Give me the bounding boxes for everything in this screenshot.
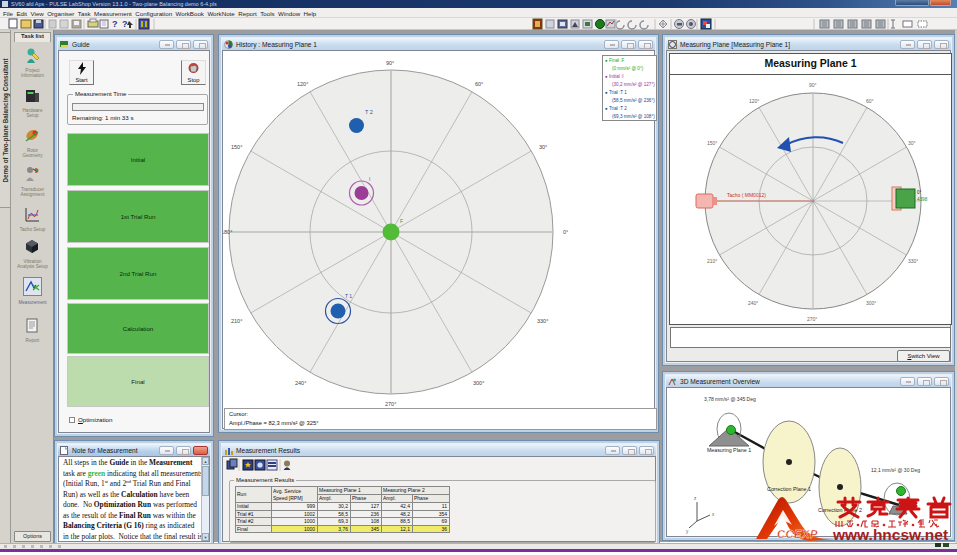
svg-text:F: F: [400, 218, 403, 224]
svg-text:180°: 180°: [223, 229, 232, 235]
svg-text:?: ?: [112, 19, 118, 29]
svg-text:270°: 270°: [807, 316, 817, 322]
svg-text:T 2: T 2: [365, 109, 373, 115]
svg-text:0°: 0°: [917, 190, 922, 195]
svg-text:12,1 mm/s² @ 30 Deg: 12,1 mm/s² @ 30 Deg: [871, 467, 920, 473]
svg-text:120°: 120°: [297, 81, 308, 87]
svg-text:4398: 4398: [917, 197, 928, 202]
svg-text:270°: 270°: [385, 401, 396, 407]
svg-text:z: z: [694, 496, 697, 501]
svg-text:Tacho ( MM0012): Tacho ( MM0012): [727, 192, 766, 198]
svg-text:240°: 240°: [748, 300, 758, 306]
svg-text:x: x: [712, 512, 715, 517]
svg-text:300°: 300°: [473, 380, 484, 386]
svg-text:150°: 150°: [707, 140, 717, 146]
svg-text:210°: 210°: [707, 258, 717, 264]
svg-text:Measuring Plane 1: Measuring Plane 1: [707, 447, 751, 453]
svg-text:60°: 60°: [475, 81, 483, 87]
svg-text:CCEXP: CCEXP: [777, 528, 818, 540]
svg-text:330°: 330°: [908, 258, 918, 264]
svg-text:30°: 30°: [539, 144, 547, 150]
svg-text:0°: 0°: [563, 229, 568, 235]
svg-text:y: y: [686, 529, 689, 534]
svg-text:210°: 210°: [231, 318, 242, 324]
svg-text:I: I: [369, 176, 370, 182]
svg-text:90°: 90°: [809, 82, 817, 88]
svg-text:www.hncsw.net: www.hncsw.net: [832, 526, 948, 543]
svg-text:240°: 240°: [295, 380, 306, 386]
svg-text:60°: 60°: [866, 98, 874, 104]
svg-text:300°: 300°: [866, 300, 876, 306]
svg-text:120°: 120°: [749, 98, 759, 104]
svg-text:3,78 mm/s² @ 345 Deg: 3,78 mm/s² @ 345 Deg: [704, 396, 756, 402]
svg-text:?: ?: [122, 19, 128, 29]
svg-text:30°: 30°: [908, 140, 916, 146]
svg-text:T 1: T 1: [345, 293, 352, 299]
svg-text:330°: 330°: [537, 318, 548, 324]
svg-text:90°: 90°: [386, 60, 394, 66]
svg-text:150°: 150°: [231, 144, 242, 150]
